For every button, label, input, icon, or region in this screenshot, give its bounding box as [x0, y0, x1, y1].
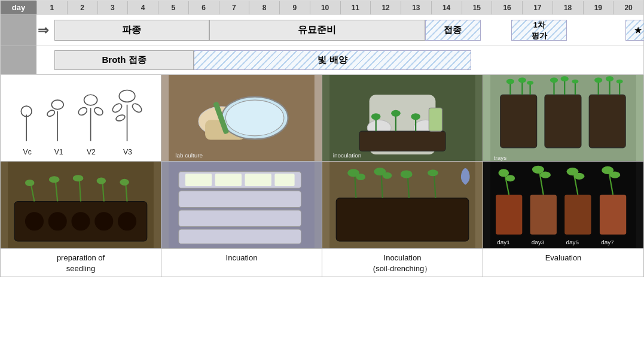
photo-evaluation-dark: day1 day3 day5 day7	[483, 162, 643, 248]
row1-label	[1, 14, 36, 45]
day-cell-20: 20	[613, 1, 643, 14]
svg-point-22	[225, 100, 283, 136]
day-cells: 1234567891011121314151617181920	[36, 1, 643, 14]
caption-evaluation-text: Evaluation	[545, 253, 582, 262]
svg-point-33	[391, 110, 401, 117]
star-icon: ★	[625, 20, 644, 41]
caption-seedling: preparation ofseedling	[1, 249, 161, 277]
svg-point-14	[111, 102, 124, 114]
svg-text:inoculation: inoculation	[333, 152, 362, 159]
svg-text:V2: V2	[87, 148, 96, 156]
svg-point-111	[574, 173, 585, 180]
caption-evaluation: Evaluation	[483, 249, 643, 277]
timeline-row-1: ⇒ 파종 유묘준비 접종 1차 평가	[1, 14, 643, 45]
jeomjeong-label: 접종	[444, 25, 462, 36]
day-cell-15: 15	[462, 1, 492, 14]
day-cell-19: 19	[583, 1, 614, 14]
svg-rect-108	[564, 195, 591, 234]
svg-point-47	[527, 81, 533, 85]
svg-point-16	[115, 114, 126, 122]
svg-rect-36	[429, 108, 442, 131]
svg-point-94	[383, 172, 392, 179]
svg-rect-88	[336, 198, 469, 241]
row2-content: Broth 접종 빛 배양	[36, 45, 643, 74]
photo-section: Vc V1 V2 V3	[0, 75, 644, 277]
svg-point-8	[84, 95, 97, 105]
svg-point-51	[561, 76, 569, 81]
svg-point-73	[73, 175, 84, 181]
svg-text:day3: day3	[532, 239, 545, 245]
svg-point-98	[428, 169, 438, 176]
caption-incuation-text: Incuation	[226, 253, 258, 262]
first-eval-label2: 평가	[532, 31, 547, 41]
inoculation-svg: inoculation	[322, 75, 483, 161]
first-eval-bar: 1차 평가	[511, 20, 567, 41]
svg-point-57	[606, 76, 614, 81]
pajeong-bar: 파종	[54, 20, 209, 41]
day-cell-3: 3	[97, 1, 128, 14]
day-cell-10: 10	[310, 1, 340, 14]
svg-rect-85	[245, 174, 271, 186]
svg-point-107	[540, 172, 551, 178]
svg-rect-112	[600, 195, 626, 234]
yumyo-bar: 유묘준비	[209, 20, 425, 41]
svg-text:trays: trays	[494, 154, 507, 161]
svg-rect-81	[179, 210, 301, 227]
day-cell-11: 11	[340, 1, 371, 14]
svg-text:day5: day5	[566, 239, 579, 245]
svg-point-9	[77, 106, 88, 117]
svg-text:day7: day7	[601, 239, 614, 245]
svg-point-53	[572, 80, 578, 84]
photo-top-row: Vc V1 V2 V3	[1, 75, 643, 162]
svg-rect-82	[179, 229, 301, 244]
svg-point-59	[616, 80, 623, 84]
lab-culture-svg: lab culture	[161, 75, 322, 161]
day-cell-5: 5	[158, 1, 188, 14]
day-cell-16: 16	[492, 1, 522, 14]
caption-incuation: Incuation	[161, 249, 322, 277]
light-culture-bar: 빛 배양	[194, 50, 472, 70]
plant-trays-svg: trays	[483, 75, 643, 161]
svg-point-103	[506, 175, 515, 181]
caption-row: preparation ofseedling Incuation Inocula…	[1, 248, 643, 277]
broth-label: Broth 접종	[102, 54, 146, 66]
svg-point-55	[594, 77, 602, 83]
svg-point-96	[401, 170, 413, 178]
caption-seedling-text: preparation ofseedling	[57, 253, 105, 273]
day-cell-7: 7	[219, 1, 249, 14]
svg-text:V1: V1	[54, 148, 63, 156]
svg-rect-86	[274, 174, 294, 186]
timeline-section: day 1234567891011121314151617181920 ⇒ 파종…	[0, 0, 644, 75]
caption-inoculation-text: Inoculation(soil-drenching）	[373, 253, 432, 273]
svg-point-115	[610, 172, 621, 178]
day-cell-12: 12	[370, 1, 401, 14]
svg-point-64	[48, 212, 67, 230]
photo-lab-culture: lab culture	[161, 75, 322, 162]
svg-point-91	[356, 174, 365, 180]
svg-point-35	[411, 113, 420, 120]
photo-petri-dishes	[161, 162, 322, 248]
day-cell-1: 1	[36, 1, 67, 14]
svg-point-4	[51, 100, 63, 110]
svg-rect-40	[545, 95, 581, 148]
svg-text:V3: V3	[123, 148, 132, 156]
svg-rect-29	[359, 131, 445, 151]
seedling-svg: Vc V1 V2 V3	[1, 75, 161, 161]
day-cell-13: 13	[401, 1, 431, 14]
photo-plant-trays: trays	[483, 75, 643, 162]
day-cell-8: 8	[249, 1, 279, 14]
svg-point-71	[49, 176, 60, 183]
svg-point-10	[93, 106, 104, 117]
svg-point-13	[119, 90, 135, 102]
photo-seedling-soil	[1, 162, 161, 248]
day-cell-2: 2	[67, 1, 97, 14]
svg-point-5	[46, 109, 56, 117]
jeomjeong-bar: 접종	[425, 20, 481, 41]
svg-text:Vc: Vc	[23, 148, 32, 156]
day-cell-18: 18	[553, 1, 583, 14]
svg-point-77	[120, 179, 129, 186]
day-cell-14: 14	[431, 1, 462, 14]
day-label: day	[1, 1, 36, 14]
svg-rect-84	[215, 174, 242, 186]
broth-bar: Broth 접종	[54, 50, 193, 70]
